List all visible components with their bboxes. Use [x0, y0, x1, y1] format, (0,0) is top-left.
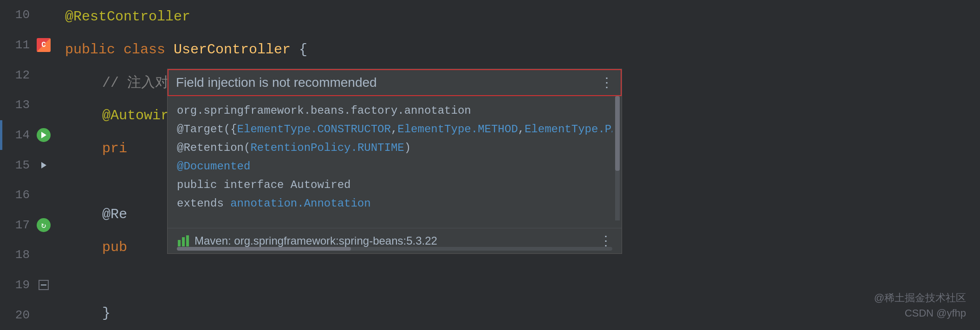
- popup-body: org.springframework.beans.factory.annota…: [168, 96, 622, 220]
- class-name: UserController: [174, 42, 299, 58]
- popup-warning-text: Field injection is not recommended: [176, 75, 377, 90]
- svg-rect-2: [186, 235, 189, 246]
- scrollbar-vertical[interactable]: [615, 96, 620, 220]
- brace-close-19: }: [102, 305, 110, 321]
- private-kw-partial: pri: [102, 141, 127, 156]
- gutter-row-10: 10: [0, 0, 56, 30]
- line-number-15: 15: [0, 158, 35, 172]
- gutter-row-20: 20: [0, 300, 56, 330]
- editor: 10 11 C 12 13 14: [0, 0, 980, 330]
- maven-icon: [177, 234, 190, 247]
- gutter-icon-18: [35, 246, 52, 263]
- svg-rect-0: [178, 240, 181, 246]
- popup-line-documented: @Documented: [177, 158, 603, 175]
- run-icon: [37, 128, 51, 142]
- code-area: @RestController public class UserControl…: [56, 0, 980, 330]
- popup-header: Field injection is not recommended ⋮: [168, 69, 622, 96]
- rest-controller-annotation: @RestController: [65, 9, 190, 25]
- svg-rect-1: [182, 237, 185, 246]
- gutter-row-12: 12: [0, 60, 56, 90]
- refresh-icon: ↻: [37, 218, 51, 232]
- popup-line-interface: public interface Autowired: [177, 177, 603, 194]
- line-gutter: 10 11 C 12 13 14: [0, 0, 56, 330]
- code-line-11: public class UserController {: [65, 33, 980, 66]
- popup-line-retention: @Retention(RetentionPolicy.RUNTIME): [177, 140, 603, 156]
- re-partial: @Re: [102, 207, 127, 222]
- popup-footer-content: Maven: org.springframework:spring-beans:…: [177, 234, 437, 247]
- minus-line: [41, 285, 46, 285]
- sidebar-indicator: [0, 120, 2, 150]
- gutter-icon-16: [35, 187, 52, 203]
- intellij-c-icon: C: [37, 38, 51, 52]
- popup-tooltip: Field injection is not recommended ⋮ org…: [167, 69, 622, 254]
- collapse-icon[interactable]: [39, 280, 49, 290]
- popup-line-extends: extends annotation.Annotation: [177, 195, 603, 212]
- line-number-13: 13: [0, 98, 35, 112]
- gutter-row-16: 16: [0, 180, 56, 210]
- gutter-icon-17[interactable]: ↻: [35, 217, 52, 233]
- line-number-18: 18: [0, 248, 35, 262]
- line-number-16: 16: [0, 188, 35, 202]
- gutter-row-15: 15: [0, 150, 56, 180]
- gutter-icon-13: [35, 97, 52, 113]
- popup-header-dots[interactable]: ⋮: [600, 75, 613, 91]
- expand-icon: [41, 162, 46, 168]
- code-line-18: [65, 264, 980, 297]
- public-kw: public: [65, 42, 123, 58]
- scrollbar-thumb: [615, 96, 620, 171]
- gutter-icon-15[interactable]: [35, 157, 52, 174]
- scrollbar-h-thumb: [177, 247, 351, 251]
- gutter-icon-11[interactable]: C: [35, 37, 52, 53]
- gutter-row-11: 11 C: [0, 30, 56, 60]
- gutter-row-19: 19: [0, 270, 56, 300]
- gutter-row-18: 18: [0, 240, 56, 270]
- scrollbar-horizontal[interactable]: [177, 247, 612, 251]
- line-number-11: 11: [0, 38, 35, 52]
- maven-bar-icon: [177, 234, 190, 247]
- gutter-icon-19: [35, 277, 52, 293]
- gutter-icon-20: [35, 307, 52, 324]
- gutter-row-14: 14: [0, 120, 56, 150]
- watermark-line1: @稀土掘金技术社区: [874, 290, 966, 305]
- gutter-icon-14[interactable]: [35, 127, 52, 143]
- line-number-17: 17: [0, 218, 35, 232]
- line-number-10: 10: [0, 8, 35, 22]
- pub-partial: pub: [102, 239, 127, 255]
- gutter-icon-10: [35, 6, 52, 23]
- brace-open: {: [299, 42, 307, 58]
- line-number-20: 20: [0, 308, 35, 322]
- maven-label: Maven: org.springframework:spring-beans:…: [195, 234, 437, 247]
- code-line-19: }: [65, 297, 980, 330]
- line-number-19: 19: [0, 278, 35, 292]
- gutter-icon-12: [35, 67, 52, 84]
- watermark: @稀土掘金技术社区 CSDN @yfhp: [874, 290, 966, 321]
- class-kw: class: [123, 42, 174, 58]
- line-number-14: 14: [0, 128, 35, 142]
- arrow-icon: [41, 132, 46, 138]
- gutter-row-13: 13: [0, 90, 56, 120]
- watermark-line2: CSDN @yfhp: [874, 305, 966, 321]
- line-number-12: 12: [0, 68, 35, 82]
- gutter-row-17: 17 ↻: [0, 210, 56, 240]
- code-line-10: @RestController: [65, 0, 980, 33]
- popup-footer-dots[interactable]: ⋮: [599, 233, 612, 249]
- popup-line-package: org.springframework.beans.factory.annota…: [177, 103, 603, 119]
- popup-line-target: @Target({ElementType.CONSTRUCTOR,Element…: [177, 121, 603, 138]
